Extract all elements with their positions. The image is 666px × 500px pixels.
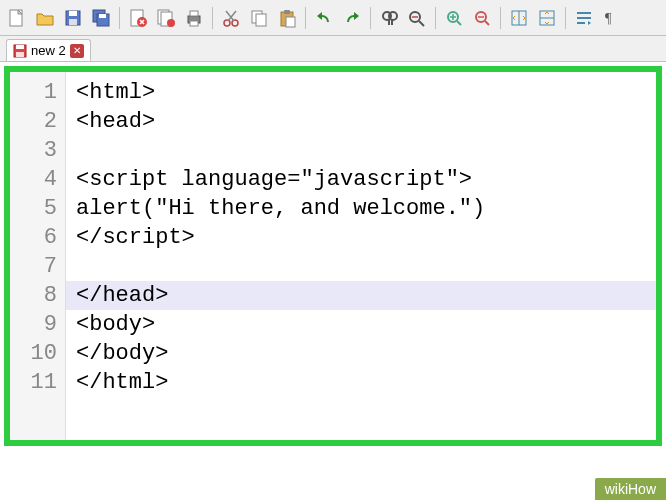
code-line[interactable]: </head> (66, 281, 656, 310)
svg-text:¶: ¶ (605, 11, 612, 26)
svg-point-17 (232, 20, 238, 26)
code-line[interactable] (76, 136, 656, 165)
line-number: 5 (10, 194, 57, 223)
svg-rect-35 (16, 52, 24, 57)
code-area[interactable]: <html><head><script language="javascript… (66, 72, 656, 440)
copy-icon[interactable] (246, 5, 272, 31)
code-line[interactable] (76, 252, 656, 281)
svg-marker-23 (317, 12, 322, 20)
toolbar-separator (435, 7, 436, 29)
sync-vertical-icon[interactable] (506, 5, 532, 31)
svg-rect-19 (256, 14, 266, 26)
save-icon[interactable] (60, 5, 86, 31)
tab-new-2[interactable]: new 2 ✕ (6, 39, 91, 61)
svg-point-16 (224, 20, 230, 26)
unsaved-disk-icon (13, 44, 27, 58)
main-toolbar: ¶ (0, 0, 666, 36)
line-number: 2 (10, 107, 57, 136)
line-number-gutter: 1234567891011 (10, 72, 66, 440)
code-line[interactable]: <head> (76, 107, 656, 136)
undo-icon[interactable] (311, 5, 337, 31)
code-line[interactable]: <html> (76, 78, 656, 107)
svg-rect-3 (69, 11, 77, 16)
word-wrap-icon[interactable] (571, 5, 597, 31)
show-chars-icon[interactable]: ¶ (599, 5, 625, 31)
code-editor[interactable]: 1234567891011 <html><head><script langua… (4, 66, 662, 446)
close-all-icon[interactable] (153, 5, 179, 31)
code-line[interactable]: </script> (76, 223, 656, 252)
svg-rect-4 (69, 19, 77, 25)
line-number: 3 (10, 136, 57, 165)
code-line[interactable]: <script language="javascript"> (76, 165, 656, 194)
line-number: 9 (10, 310, 57, 339)
replace-icon[interactable] (404, 5, 430, 31)
print-icon[interactable] (181, 5, 207, 31)
svg-rect-15 (190, 21, 198, 26)
wikihow-watermark: wikiHow (595, 478, 666, 500)
svg-rect-14 (190, 11, 198, 16)
line-number: 10 (10, 339, 57, 368)
code-line[interactable]: <body> (76, 310, 656, 339)
svg-marker-24 (354, 12, 359, 20)
toolbar-separator (305, 7, 306, 29)
paste-icon[interactable] (274, 5, 300, 31)
toolbar-separator (212, 7, 213, 29)
svg-point-12 (167, 19, 175, 27)
new-file-icon[interactable] (4, 5, 30, 31)
line-number: 7 (10, 252, 57, 281)
line-number: 8 (10, 281, 57, 310)
toolbar-separator (370, 7, 371, 29)
tab-label: new 2 (31, 43, 66, 58)
tab-bar: new 2 ✕ (0, 36, 666, 62)
zoom-out-icon[interactable] (469, 5, 495, 31)
svg-rect-7 (99, 14, 106, 18)
svg-rect-21 (284, 10, 290, 14)
close-file-icon[interactable] (125, 5, 151, 31)
line-number: 6 (10, 223, 57, 252)
svg-rect-34 (16, 45, 24, 49)
cut-icon[interactable] (218, 5, 244, 31)
sync-horizontal-icon[interactable] (534, 5, 560, 31)
toolbar-separator (565, 7, 566, 29)
find-icon[interactable] (376, 5, 402, 31)
code-line[interactable]: alert("Hi there, and welcome.") (76, 194, 656, 223)
save-all-icon[interactable] (88, 5, 114, 31)
line-number: 1 (10, 78, 57, 107)
open-file-icon[interactable] (32, 5, 58, 31)
svg-rect-22 (286, 17, 295, 27)
tab-close-icon[interactable]: ✕ (70, 44, 84, 58)
zoom-in-icon[interactable] (441, 5, 467, 31)
code-line[interactable]: </html> (76, 368, 656, 397)
toolbar-separator (500, 7, 501, 29)
toolbar-separator (119, 7, 120, 29)
line-number: 11 (10, 368, 57, 397)
redo-icon[interactable] (339, 5, 365, 31)
line-number: 4 (10, 165, 57, 194)
code-line[interactable]: </body> (76, 339, 656, 368)
